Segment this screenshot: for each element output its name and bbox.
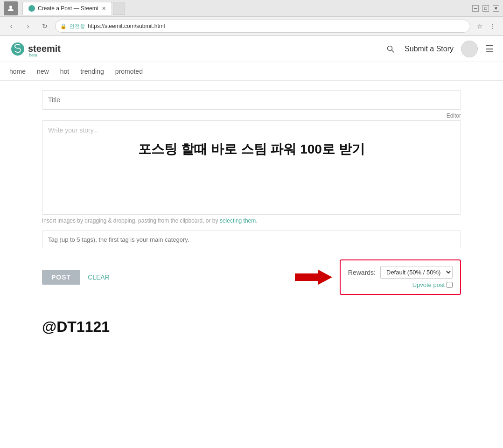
logo-text: steemit — [28, 44, 61, 53]
logo-area[interactable]: steemit beta — [9, 41, 61, 57]
upvote-label: Upvote post — [412, 281, 445, 288]
rewards-box: Rewards: Default (50% / 50%) Upvote post — [340, 259, 461, 295]
tab-title: Create a Post — Steemi — [38, 5, 98, 12]
submit-story-button[interactable]: Submit a Story — [405, 45, 454, 53]
close-button[interactable]: ✕ — [493, 5, 499, 12]
back-button[interactable]: ‹ — [5, 20, 18, 33]
minimize-button[interactable]: ─ — [472, 5, 479, 12]
svg-line-2 — [392, 50, 394, 52]
tab-close-button[interactable]: ✕ — [102, 6, 106, 12]
browser-tab[interactable]: Create a Post — Steemi ✕ — [22, 2, 112, 15]
maximize-button[interactable]: □ — [482, 5, 489, 12]
nav-trending[interactable]: trending — [80, 68, 104, 75]
image-hint-prefix: Insert images by dragging & dropping, pa… — [42, 217, 220, 224]
address-url: https://steemit.com/submit.html — [88, 23, 165, 29]
nav-home[interactable]: home — [9, 68, 26, 75]
editor-area: Write your story... 포스팅 할때 바로 스팀 파워 100로… — [42, 120, 461, 215]
post-button[interactable]: POST — [42, 270, 80, 285]
right-actions: Rewards: Default (50% / 50%) Upvote post — [295, 259, 461, 295]
upvote-row: Upvote post — [412, 281, 453, 288]
window-controls: ─ □ ✕ — [472, 5, 499, 12]
rewards-row: Rewards: Default (50% / 50%) — [348, 266, 453, 279]
browser-tab-inactive[interactable] — [113, 2, 125, 15]
address-bar-area: ‹ › ↻ 🔒 안전함 https://steemit.com/submit.h… — [0, 17, 503, 35]
avatar[interactable] — [461, 41, 478, 57]
left-actions: POST CLEAR — [42, 270, 110, 285]
hamburger-menu-icon[interactable]: ☰ — [485, 43, 494, 55]
forward-button[interactable]: › — [21, 20, 35, 33]
clear-button[interactable]: CLEAR — [88, 273, 110, 281]
bookmark-icon[interactable]: ☆ — [474, 21, 485, 32]
tab-favicon — [28, 5, 35, 12]
steemit-logo-icon — [9, 41, 26, 57]
nav-bar: home new hot trending promoted — [0, 62, 503, 81]
title-input[interactable] — [42, 90, 461, 110]
browser-menu-icon[interactable]: ⋮ — [487, 21, 498, 32]
app-header: steemit beta Submit a Story ☰ — [0, 36, 503, 62]
safe-label: 안전함 — [70, 23, 85, 30]
rewards-select[interactable]: Default (50% / 50%) — [380, 266, 453, 279]
rewards-label: Rewards: — [348, 269, 376, 276]
svg-marker-3 — [295, 270, 332, 285]
action-bar: POST CLEAR Rewards: Default (50% / 50%) — [42, 259, 461, 295]
address-input[interactable]: 🔒 안전함 https://steemit.com/submit.html — [55, 20, 470, 33]
refresh-button[interactable]: ↻ — [38, 20, 51, 33]
username-area: @DT1121 — [42, 314, 461, 340]
search-icon[interactable] — [386, 44, 395, 54]
main-content: Editor Write your story... 포스팅 할때 바로 스팀 … — [0, 81, 503, 350]
image-hint-suffix: . — [256, 217, 257, 224]
nav-new[interactable]: new — [37, 68, 49, 75]
profile-icon — [4, 1, 18, 15]
story-placeholder: Write your story... — [48, 126, 98, 134]
address-actions: ☆ ⋮ — [474, 21, 498, 32]
editor-link[interactable]: Editor — [447, 112, 461, 119]
red-arrow — [295, 268, 332, 287]
logo-beta: beta — [29, 53, 61, 57]
editor-body[interactable]: Write your story... 포스팅 할때 바로 스팀 파워 100로… — [42, 121, 461, 214]
username-text: @DT1121 — [42, 318, 110, 335]
upvote-checkbox[interactable] — [447, 282, 453, 288]
nav-hot[interactable]: hot — [60, 68, 69, 75]
nav-promoted[interactable]: promoted — [115, 68, 143, 75]
story-content: 포스팅 할때 바로 스팀 파워 100로 받기 — [48, 126, 455, 163]
lock-icon: 🔒 — [60, 23, 67, 29]
image-insert-hint: Insert images by dragging & dropping, pa… — [42, 215, 461, 227]
tag-input[interactable] — [42, 231, 461, 248]
svg-point-0 — [9, 6, 12, 8]
select-images-link[interactable]: selecting them — [220, 217, 256, 224]
